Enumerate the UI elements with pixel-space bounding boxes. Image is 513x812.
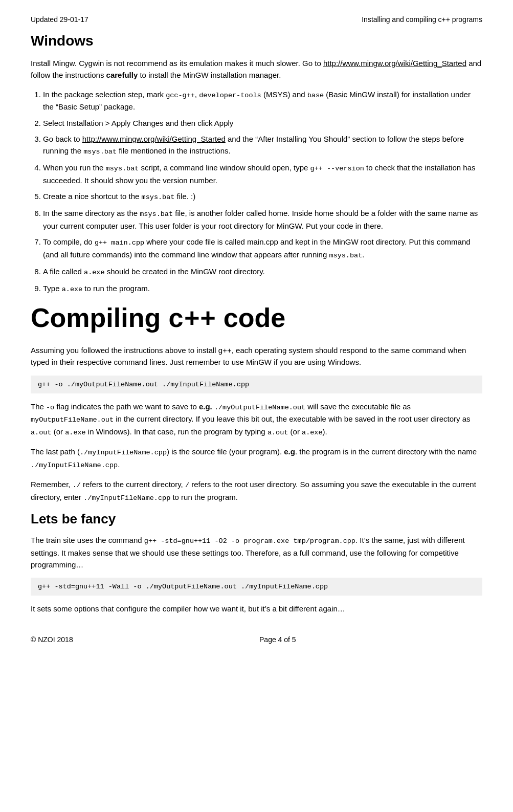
- list-item: Type a.exe to run the program.: [43, 282, 482, 295]
- fancy-code-block: g++ -std=gnu++11 -Wall -o ./myOutputFile…: [31, 578, 482, 596]
- fancy-para2: It sets some options that configure the …: [31, 603, 482, 615]
- list-item: Create a nice shortcut to the msys.bat f…: [43, 190, 482, 203]
- compiling-para2: The last path (./myInputFileName.cpp) is…: [31, 446, 482, 471]
- mingw-link[interactable]: http://www.mingw.org/wiki/Getting_Starte…: [323, 59, 466, 68]
- header-left: Updated 29-01-17: [31, 15, 88, 24]
- list-item: Select Installation > Apply Changes and …: [43, 117, 482, 129]
- windows-intro: Install Mingw. Cygwin is not recommend a…: [31, 57, 482, 81]
- fancy-title: Lets be fancy: [31, 511, 482, 527]
- list-item: In the same directory as the msys.bat fi…: [43, 207, 482, 232]
- fancy-para1: The train site uses the command g++ -std…: [31, 534, 482, 570]
- windows-title: Windows: [31, 33, 482, 49]
- list-item: A file called a.exe should be created in…: [43, 266, 482, 278]
- mingw-link2[interactable]: http://www.mingw.org/wiki/Getting_Starte…: [82, 135, 226, 143]
- compiling-para1: The -o flag indicates the path we want t…: [31, 401, 482, 439]
- compiling-para3: Remember, ./ refers to the current direc…: [31, 478, 482, 504]
- footer-left: © NZOI 2018: [31, 635, 73, 644]
- compiling-intro: Assuming you followed the instructions a…: [31, 344, 482, 368]
- list-item: When you run the msys.bat script, a comm…: [43, 162, 482, 186]
- list-item: To compile, do g++ main.cpp where your c…: [43, 236, 482, 261]
- list-item: In the package selection step, mark gcc-…: [43, 89, 482, 113]
- footer-center: Page 4 of 5: [259, 635, 296, 644]
- windows-steps: In the package selection step, mark gcc-…: [43, 89, 482, 296]
- list-item: Go back to http://www.mingw.org/wiki/Get…: [43, 133, 482, 158]
- header-right: Installing and compiling c++ programs: [362, 15, 482, 24]
- compiling-title: Compiling c++ code: [31, 302, 482, 335]
- page-header: Updated 29-01-17 Installing and compilin…: [31, 15, 482, 24]
- compiling-code-block: g++ -o ./myOutputFileName.out ./myInputF…: [31, 376, 482, 393]
- page-footer: © NZOI 2018 Page 4 of 5: [31, 635, 482, 644]
